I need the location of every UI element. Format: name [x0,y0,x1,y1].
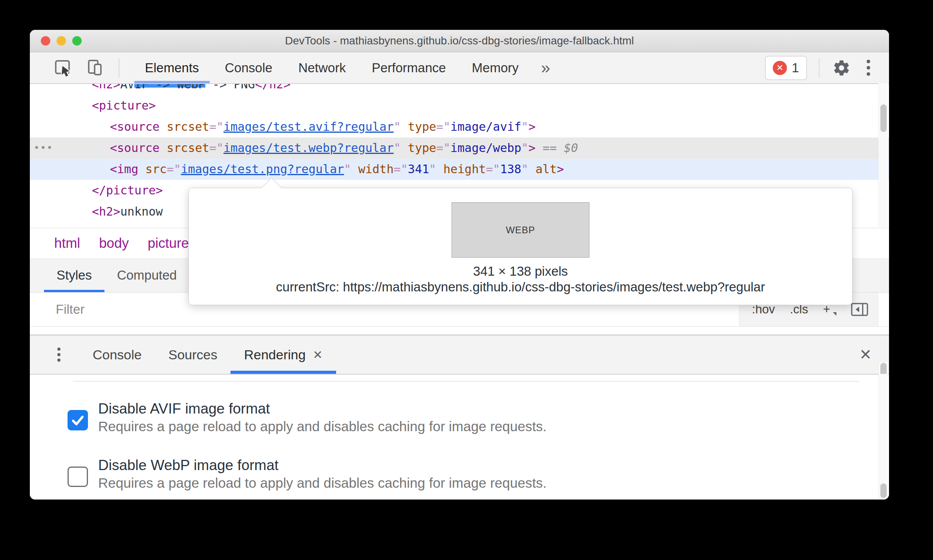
tab-performance[interactable]: Performance [359,52,459,83]
settings-gear-icon[interactable] [831,58,852,78]
disable-webp-checkbox[interactable] [68,467,88,487]
device-toolbar-icon[interactable] [85,58,105,78]
breadcrumb-html[interactable]: html [54,235,80,251]
tab-console[interactable]: Console [212,52,285,83]
tab-styles[interactable]: Styles [44,258,104,292]
code-token: > [529,120,536,134]
code-token: == [536,141,564,155]
code-token: =" [167,162,181,176]
image-preview-label: WEBP [506,225,535,236]
panel-tabs: Elements Console Network Performance Mem… [132,52,532,83]
dropdown-caret-icon [833,312,836,316]
tab-network[interactable]: Network [285,52,359,83]
code-token: <source [110,120,159,134]
drawer-scrollbar[interactable] [878,374,888,499]
code-token: <picture> [92,99,156,112]
drawer-kebab-menu-icon[interactable] [57,348,60,362]
drawer-tab-sources[interactable]: Sources [155,335,231,374]
option-label[interactable]: Disable AVIF image format [98,400,547,418]
code-token: src [138,162,166,176]
image-dimensions: 341 × 138 pixels [189,264,852,279]
check-icon [69,412,86,429]
devtools-toolbar: Elements Console Network Performance Mem… [30,52,889,84]
kebab-menu-icon[interactable] [863,60,873,76]
breadcrumb-picture[interactable]: picture [148,235,189,251]
code-token: image/webp [450,141,521,155]
code-token: " [393,141,401,155]
code-token: 341 [408,162,429,176]
code-token: srcset [159,120,209,134]
code-line[interactable]: <source srcset="images/test.avif?regular… [30,116,889,137]
code-token: unknow [120,205,163,218]
toolbar-divider [119,59,119,77]
breadcrumb-body[interactable]: body [99,235,129,251]
code-token: 138 [500,162,521,176]
code-token: > [529,141,536,155]
close-drawer-icon[interactable]: ✕ [842,346,889,363]
code-token: " [521,120,529,134]
code-token: srcset [159,141,209,155]
drawer-tab-rendering[interactable]: Rendering ✕ [231,335,336,374]
resource-link[interactable]: images/test.avif?regular [223,120,393,134]
code-token: type [401,141,436,155]
code-token: =" [436,141,450,155]
tab-memory[interactable]: Memory [459,52,532,83]
code-token: " [521,141,529,155]
code-token: <h2> [92,205,120,218]
tab-elements[interactable]: Elements [132,52,212,83]
drawer: Console Sources Rendering ✕ ✕ Disable AV… [30,335,889,500]
drawer-tabs: Console Sources Rendering ✕ ✕ [30,335,889,375]
option-description: Requires a page reload to apply and disa… [98,418,547,435]
code-token: image/avif [450,120,521,134]
option-disable-avif: Disable AVIF image format Requires a pag… [68,400,889,435]
disable-avif-checkbox[interactable] [68,410,88,430]
hover-ellipsis-icon[interactable]: ••• [34,137,53,159]
code-line[interactable]: <img src="images/test.png?regular" width… [30,159,889,180]
code-token: " [429,162,443,176]
code-token: alt [536,162,557,176]
toggle-sidebar-icon[interactable] [851,302,869,317]
close-tab-icon[interactable]: ✕ [313,348,322,362]
code-token: =" [209,120,223,134]
code-token: height [443,162,486,176]
resource-link[interactable]: images/test.png?regular [181,162,344,176]
tab-computed[interactable]: Computed [104,258,189,292]
code-token: AV [120,84,134,91]
option-disable-webp: Disable WebP image format Requires a pag… [68,456,889,492]
code-token: " [393,120,401,134]
code-token: </picture> [92,183,163,197]
more-tabs-icon[interactable]: » [532,52,560,83]
code-token: =" [209,141,223,155]
titlebar: DevTools - mathiasbynens.github.io/css-d… [30,30,889,52]
devtools-window: DevTools - mathiasbynens.github.io/css-d… [30,30,889,500]
image-preview-tooltip: WEBP 341 × 138 pixels currentSrc: https:… [188,188,853,305]
rendering-panel: Disable AVIF image format Requires a pag… [30,381,889,500]
code-token: <img [110,162,138,176]
drawer-tab-console[interactable]: Console [79,335,155,374]
code-line[interactable]: <picture> [30,95,889,116]
error-count: 1 [792,60,799,75]
code-token: $0 [564,141,578,155]
section-divider [73,381,859,382]
inspect-element-icon[interactable] [53,58,73,78]
code-token: " [521,162,536,176]
code-token: <source [110,141,159,155]
code-token: </h2> [255,84,290,91]
code-token: type [401,120,436,134]
resource-link[interactable]: images/test.webp?regular [223,141,393,155]
code-token: <h2> [92,84,120,91]
code-line[interactable]: <h2>AVIF -> WebP -> PNG</h2> [30,84,889,95]
code-token: width [358,162,393,176]
image-current-src: currentSrc: https://mathiasbynens.github… [189,280,852,295]
option-label[interactable]: Disable WebP image format [98,456,547,474]
code-token: -> PNG [205,84,255,91]
elements-scrollbar[interactable] [878,83,888,227]
option-description: Requires a page reload to apply and disa… [98,474,547,492]
error-count-badge[interactable]: ✕ 1 [765,56,807,80]
code-token: =" [393,162,408,176]
code-line[interactable]: •••<source srcset="images/test.webp?regu… [30,137,889,159]
code-token: > [557,162,564,176]
code-token: =" [436,120,450,134]
code-token: IF -> WebP [134,84,205,91]
window-title: DevTools - mathiasbynens.github.io/css-d… [30,30,889,52]
